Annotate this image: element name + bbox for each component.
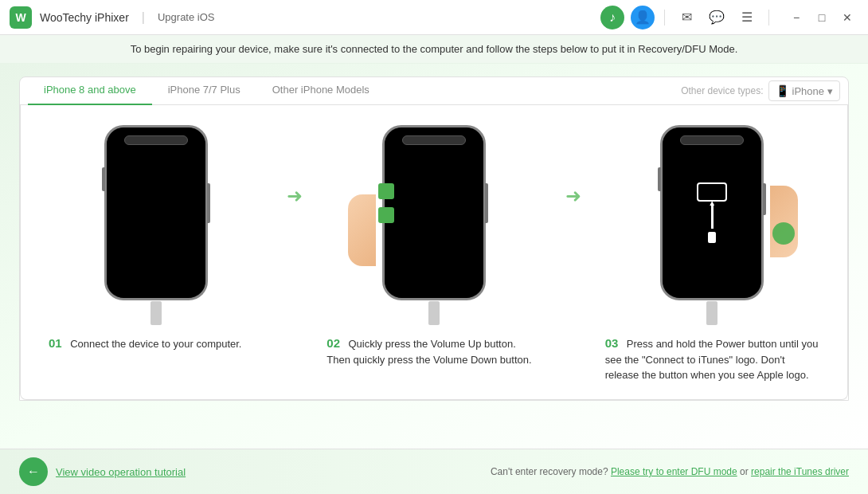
- step-3-power-highlight: [772, 222, 795, 245]
- steps-row: 01 Connect the device to your computer. …: [45, 121, 823, 383]
- step-1-side-btn-left: [102, 167, 105, 191]
- step-3-num: 03: [605, 336, 619, 350]
- step-2-item: 02 Quickly press the Volume Up button. T…: [323, 121, 545, 367]
- step-2-side-btn-right: [485, 183, 488, 223]
- maximize-button[interactable]: □: [811, 6, 833, 29]
- step-1-phone-container: [84, 121, 228, 304]
- app-subtitle: Upgrate iOS: [158, 11, 215, 23]
- step-1-num: 01: [49, 336, 62, 350]
- notice-text: To begin repairing your device, make sur…: [131, 43, 738, 55]
- title-bar: W WooTechy iPhixer | Upgrate iOS ♪ 👤 ✉ 💬…: [0, 0, 868, 35]
- step-1-phone: [104, 125, 208, 300]
- step-2-cable: [428, 301, 440, 325]
- device-selected: iPhone: [792, 85, 824, 97]
- tabs-inner: iPhone 8 and above iPhone 7/7 Plus Other…: [20, 77, 848, 105]
- step-1-cable: [151, 301, 162, 325]
- top-notice: To begin repairing your device, make sur…: [0, 35, 868, 64]
- title-sep: [664, 10, 665, 25]
- step-2-desc: 02 Quickly press the Volume Up button. T…: [323, 336, 545, 367]
- step-3-phone-container: ▲: [640, 121, 784, 304]
- repair-itunes-link[interactable]: repair the iTunes driver: [751, 466, 849, 477]
- step-1-side-btn-right: [207, 183, 210, 223]
- step-3-desc: 03 Press and hold the Power button until…: [601, 336, 823, 383]
- dropdown-arrow-icon: ▾: [827, 85, 833, 97]
- step-3-hand-right: [770, 186, 798, 257]
- step-2-num: 02: [326, 336, 340, 350]
- arrow-1: ➜: [275, 185, 315, 207]
- minimize-button[interactable]: −: [785, 6, 807, 29]
- video-link[interactable]: View video operation tutorial: [56, 466, 186, 478]
- step-3-side-btn-left: [658, 167, 661, 191]
- step-2-phone-container: [362, 121, 506, 304]
- mail-icon-btn[interactable]: ✉: [674, 6, 698, 29]
- back-icon: ←: [27, 465, 40, 479]
- step-3-item: ▲ 03 Press and hold the Powe: [601, 121, 823, 383]
- itunes-cable-line: ▲: [711, 205, 714, 229]
- music-icon-btn[interactable]: ♪: [600, 6, 624, 29]
- back-button[interactable]: ←: [19, 457, 48, 486]
- title-bar-left: W WooTechy iPhixer | Upgrate iOS: [10, 6, 215, 29]
- step-3-cable: [706, 301, 717, 325]
- step-1-screen: [107, 127, 205, 298]
- step-3-text: Press and hold the Power button until yo…: [605, 338, 819, 381]
- step-3-screen: ▲: [663, 127, 761, 298]
- itunes-connector: [708, 232, 716, 243]
- tab-iphone7[interactable]: iPhone 7/7 Plus: [152, 77, 256, 105]
- phone-icon: 📱: [776, 84, 789, 97]
- cant-enter-text: Can't enter recovery mode?: [491, 466, 608, 477]
- step-3-phone: ▲: [660, 125, 764, 300]
- step-1-desc: 01 Connect the device to your computer.: [45, 336, 267, 352]
- footer: ← View video operation tutorial Can't en…: [0, 449, 868, 494]
- tab-other-iphone[interactable]: Other iPhone Models: [256, 77, 385, 105]
- step-3-side-btn-right: [763, 183, 766, 215]
- tab-iphone8[interactable]: iPhone 8 and above: [28, 77, 152, 105]
- app-title: WooTechy iPhixer: [40, 11, 129, 24]
- other-device-label: Other device types:: [681, 85, 763, 96]
- or-text: or: [740, 466, 749, 477]
- chat-icon-btn[interactable]: 💬: [705, 6, 729, 29]
- step-2-vol-up: [378, 183, 394, 199]
- step-2-text: Quickly press the Volume Up button. Then…: [326, 338, 531, 366]
- title-bar-right: ♪ 👤 ✉ 💬 ☰ − □ ✕: [600, 6, 858, 29]
- step-1-item: 01 Connect the device to your computer.: [45, 121, 267, 352]
- app-logo: W: [10, 6, 32, 29]
- step-1-camera: [124, 135, 188, 145]
- step-2-phone: [382, 125, 486, 300]
- tabs-container: iPhone 8 and above iPhone 7/7 Plus Other…: [19, 76, 849, 401]
- close-button[interactable]: ✕: [836, 6, 858, 29]
- step-2-vol-down: [378, 207, 394, 223]
- footer-right: Can't enter recovery mode? Please try to…: [491, 466, 849, 477]
- step-1-text: Connect the device to your computer.: [70, 338, 241, 350]
- main-content: iPhone 8 and above iPhone 7/7 Plus Other…: [0, 64, 868, 449]
- step-2-camera: [402, 135, 466, 145]
- footer-left: ← View video operation tutorial: [19, 457, 186, 486]
- step-3-camera: [680, 135, 744, 145]
- title-sep2: [768, 10, 769, 25]
- title-divider: |: [142, 10, 145, 25]
- dfu-mode-link[interactable]: Please try to enter DFU mode: [611, 466, 737, 477]
- arrow-2: ➜: [553, 185, 593, 207]
- content-panel: 01 Connect the device to your computer. …: [20, 105, 848, 400]
- step-2-screen: [385, 127, 483, 298]
- step-2-hand-left: [348, 194, 376, 266]
- window-controls: − □ ✕: [785, 6, 858, 29]
- menu-icon-btn[interactable]: ☰: [735, 6, 759, 29]
- device-dropdown[interactable]: 📱 iPhone ▾: [768, 80, 840, 101]
- user-icon-btn[interactable]: 👤: [631, 6, 655, 29]
